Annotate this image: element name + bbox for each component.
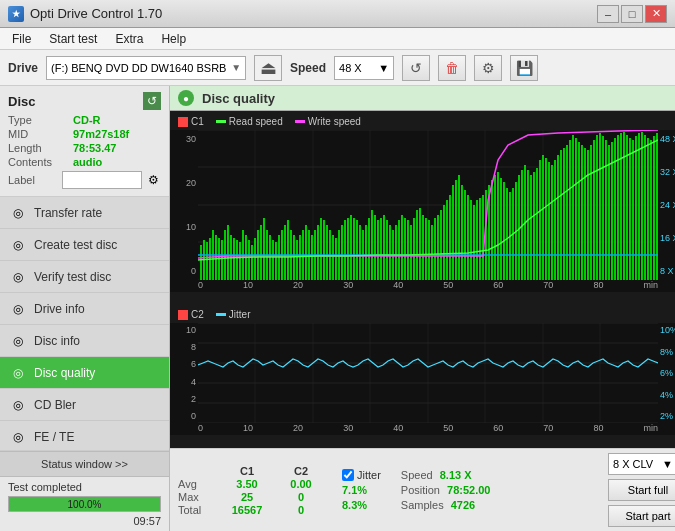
disc-label-label: Label	[8, 174, 58, 186]
speed-dropdown[interactable]: 8 X CLV ▼	[608, 453, 675, 475]
save-button[interactable]: 💾	[510, 55, 538, 81]
stats-avg-c1: 3.50	[222, 478, 272, 490]
svg-rect-62	[350, 215, 352, 280]
cd-bler-icon: ◎	[10, 397, 26, 413]
svg-rect-77	[395, 225, 397, 280]
drive-bar: Drive (F:) BENQ DVD DD DW1640 BSRB ▼ ⏏ S…	[0, 50, 675, 86]
jitter-checkbox[interactable]	[342, 469, 354, 481]
settings-button[interactable]: ⚙	[474, 55, 502, 81]
menu-extra[interactable]: Extra	[107, 29, 151, 49]
svg-rect-61	[347, 218, 349, 280]
disc-label-input[interactable]	[62, 171, 142, 189]
c1-color	[178, 117, 188, 127]
sidebar-item-drive-info[interactable]: ◎ Drive info	[0, 293, 169, 325]
ry-2pct: 2%	[660, 411, 675, 421]
eject-button[interactable]: ⏏	[254, 55, 282, 81]
legend-read-speed: Read speed	[216, 116, 283, 127]
chart-header: ● Disc quality	[170, 86, 675, 111]
verify-test-disc-icon: ◎	[10, 269, 26, 285]
stats-avg-label: Avg	[178, 478, 218, 490]
speed-select[interactable]: 48 X ▼	[334, 56, 394, 80]
lower-chart-container: 10 8 6 4 2 0	[170, 323, 675, 423]
svg-rect-112	[500, 178, 502, 280]
svg-rect-158	[638, 133, 640, 280]
y-label-20: 20	[172, 178, 196, 188]
sidebar-item-disc-quality[interactable]: ◎ Disc quality	[0, 357, 169, 389]
jitter-avg-row: 7.1%	[342, 484, 381, 496]
lower-chart-legend: C2 Jitter	[170, 306, 675, 323]
svg-rect-83	[413, 218, 415, 280]
sidebar-item-cd-bler[interactable]: ◎ CD Bler	[0, 389, 169, 421]
disc-contents-label: Contents	[8, 156, 73, 168]
svg-rect-75	[389, 225, 391, 280]
y-label-16x: 16 X	[660, 233, 675, 243]
svg-rect-87	[425, 218, 427, 280]
svg-rect-73	[383, 215, 385, 280]
svg-rect-60	[344, 220, 346, 280]
svg-rect-106	[482, 195, 484, 280]
svg-rect-160	[644, 135, 646, 280]
disc-mid-row: MID 97m27s18f	[8, 128, 161, 140]
stats-row: C1 C2 Avg 3.50 0.00 Max 25 0 Total 16567…	[170, 448, 675, 531]
sidebar-item-verify-test-disc[interactable]: ◎ Verify test disc	[0, 261, 169, 293]
speed-label: Speed	[290, 61, 326, 75]
status-text: Test completed	[8, 481, 161, 493]
start-part-button[interactable]: Start part	[608, 505, 675, 527]
svg-rect-56	[332, 235, 334, 280]
menu-file[interactable]: File	[4, 29, 39, 49]
transfer-rate-icon: ◎	[10, 205, 26, 221]
start-full-button[interactable]: Start full	[608, 479, 675, 501]
svg-rect-57	[335, 238, 337, 280]
minimize-button[interactable]: –	[597, 5, 619, 23]
upper-y-axis-right: 48 X 32 X 24 X 16 X 8 X	[658, 130, 675, 280]
disc-mid-label: MID	[8, 128, 73, 140]
svg-rect-40	[284, 225, 286, 280]
menu-start-test[interactable]: Start test	[41, 29, 105, 49]
status-bar: Test completed 100.0% 09:57	[0, 477, 169, 531]
clear-button[interactable]: 🗑	[438, 55, 466, 81]
svg-rect-47	[305, 225, 307, 280]
drive-select[interactable]: (F:) BENQ DVD DD DW1640 BSRB ▼	[46, 56, 246, 80]
ry-10pct: 10%	[660, 325, 675, 335]
write-speed-color	[295, 120, 305, 123]
svg-rect-98	[458, 175, 460, 280]
svg-rect-21	[227, 225, 229, 280]
sidebar-item-disc-info[interactable]: ◎ Disc info	[0, 325, 169, 357]
svg-rect-104	[476, 200, 478, 280]
label-icon-button[interactable]: ⚙	[146, 170, 161, 190]
svg-rect-53	[323, 220, 325, 280]
svg-rect-59	[341, 225, 343, 280]
stats-total-c1: 16567	[222, 504, 272, 516]
ly-10: 10	[172, 325, 196, 335]
svg-rect-146	[602, 136, 604, 280]
disc-mid-value: 97m27s18f	[73, 128, 129, 140]
progress-text: 100.0%	[9, 497, 160, 511]
maximize-button[interactable]: □	[621, 5, 643, 23]
lower-y-axis-left: 10 8 6 4 2 0	[170, 323, 198, 423]
svg-rect-123	[533, 172, 535, 280]
menu-help[interactable]: Help	[153, 29, 194, 49]
svg-rect-139	[581, 145, 583, 280]
disc-type-label: Type	[8, 114, 73, 126]
svg-rect-19	[221, 240, 223, 280]
disc-refresh-button[interactable]: ↺	[143, 92, 161, 110]
sidebar-item-transfer-rate[interactable]: ◎ Transfer rate	[0, 197, 169, 229]
svg-rect-30	[254, 238, 256, 280]
svg-rect-127	[545, 158, 547, 280]
svg-rect-135	[569, 140, 571, 280]
jitter-max-val: 8.3%	[342, 499, 367, 511]
refresh-button[interactable]: ↺	[402, 55, 430, 81]
status-window-button[interactable]: Status window >>	[0, 451, 169, 477]
x-10: 10	[243, 280, 253, 290]
svg-rect-152	[620, 133, 622, 280]
sidebar-item-fe-te[interactable]: ◎ FE / TE	[0, 421, 169, 450]
sidebar-item-create-test-disc[interactable]: ◎ Create test disc	[0, 229, 169, 261]
svg-rect-49	[311, 235, 313, 280]
left-panel: Disc ↺ Type CD-R MID 97m27s18f Length 78…	[0, 86, 170, 531]
svg-rect-68	[368, 218, 370, 280]
disc-contents-value: audio	[73, 156, 102, 168]
svg-rect-111	[497, 172, 499, 280]
close-button[interactable]: ✕	[645, 5, 667, 23]
upper-chart-svg	[198, 130, 658, 280]
x-min: min	[643, 280, 658, 290]
